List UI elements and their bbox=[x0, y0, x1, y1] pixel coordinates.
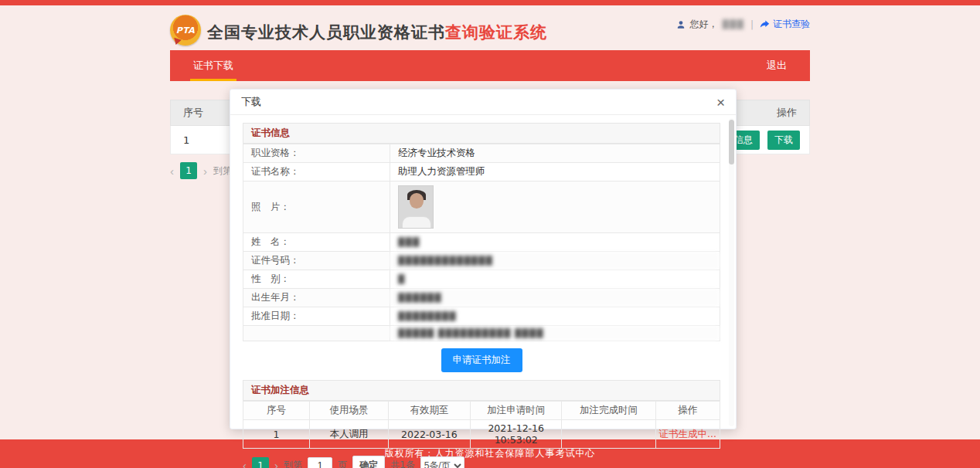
row-label: 出生年月： bbox=[243, 289, 390, 307]
cert-info-table: 职业资格： 经济专业技术资格 证书名称： 助理人力资源管理师 照 片： 姓 名 bbox=[243, 144, 720, 341]
cert-generating-link[interactable]: 证书生成中... bbox=[659, 428, 716, 439]
row-label: 证书名称： bbox=[243, 163, 390, 181]
row-value-masked: ▓▓▓ bbox=[390, 233, 720, 252]
col-header: 有效期至 bbox=[388, 402, 470, 420]
annotation-pagination: ‹ 1 › 到第 页 确定 共1条 5条/页 bbox=[243, 456, 720, 468]
table-row: 证书名称： 助理人力资源管理师 bbox=[243, 163, 720, 181]
table-row: 姓 名： ▓▓▓ bbox=[243, 233, 720, 252]
annotation-table: 序号 使用场景 有效期至 加注申请时间 加注完成时间 操作 1 本人调用 202… bbox=[243, 401, 720, 449]
logo-text: PTA bbox=[176, 25, 196, 36]
table-row: 出生年月： ▓▓▓▓▓▓ bbox=[243, 289, 720, 307]
pta-logo-icon: PTA bbox=[170, 15, 201, 46]
modal-header: 下载 × bbox=[230, 90, 736, 115]
page-size-select[interactable]: 5条/页 bbox=[420, 456, 464, 468]
table-row: 证件号码： ▓▓▓▓▓▓▓▓▓▓▓▓▓ bbox=[243, 252, 720, 270]
brand: PTA 全国专业技术人员职业资格证书查询验证系统 bbox=[170, 15, 547, 46]
table-row: 照 片： bbox=[243, 181, 720, 233]
cert-verify-link[interactable]: 证书查验 bbox=[760, 18, 810, 31]
greeting-text: 您好， bbox=[690, 18, 718, 31]
col-no: 序号 bbox=[183, 106, 203, 120]
cell-valid-until: 2022-03-16 bbox=[388, 420, 470, 449]
prev-page-icon[interactable]: ‹ bbox=[243, 460, 247, 468]
site-title-main: 全国专业技术人员职业资格证书 bbox=[207, 23, 445, 42]
row-value-masked: ▓▓▓▓▓▓ bbox=[390, 289, 720, 307]
user-area: 您好， ▓▓▓ | 证书查验 bbox=[676, 18, 810, 31]
col-action: 操作 bbox=[777, 106, 797, 120]
modal-body: 证书信息 职业资格： 经济专业技术资格 证书名称： 助理人力资源管理师 照 片： bbox=[230, 115, 736, 468]
tab-cert-download[interactable]: 证书下载 bbox=[170, 50, 257, 81]
current-page-button[interactable]: 1 bbox=[252, 457, 269, 468]
header-divider: | bbox=[750, 19, 754, 30]
photo-shirt bbox=[402, 216, 431, 229]
share-arrow-icon bbox=[760, 19, 770, 29]
col-header: 序号 bbox=[243, 402, 310, 420]
cert-info-section-title: 证书信息 bbox=[243, 123, 720, 144]
site-header: PTA 全国专业技术人员职业资格证书查询验证系统 您好， ▓▓▓ | 证书查验 bbox=[170, 5, 810, 50]
table-row: 性 别： ▓ bbox=[243, 270, 720, 289]
row-label: 批准日期： bbox=[243, 307, 390, 326]
main-nav: 证书下载 退出 bbox=[170, 50, 810, 81]
modal-title: 下载 bbox=[241, 95, 261, 109]
id-photo bbox=[398, 185, 434, 229]
annotation-data-row: 1 本人调用 2022-03-16 2021-12-16 10:53:02 证书… bbox=[243, 420, 720, 449]
prev-page-icon[interactable]: ‹ bbox=[170, 165, 174, 177]
download-modal: 下载 × 证书信息 职业资格： 经济专业技术资格 证书名称： 助理人力资源管理师… bbox=[230, 89, 737, 429]
cell-no: 1 bbox=[243, 420, 310, 449]
tab-cert-download-label: 证书下载 bbox=[193, 59, 233, 71]
user-icon bbox=[676, 20, 686, 29]
annotation-header-row: 序号 使用场景 有效期至 加注申请时间 加注完成时间 操作 bbox=[243, 402, 720, 420]
site-title-accent: 查询验证系统 bbox=[445, 23, 547, 42]
row-label: 照 片： bbox=[243, 181, 390, 233]
row-label: 证件号码： bbox=[243, 252, 390, 270]
logout-button[interactable]: 退出 bbox=[744, 50, 810, 81]
goto-page-input[interactable] bbox=[308, 457, 332, 468]
page-unit-label: 页 bbox=[338, 459, 347, 468]
table-row: 职业资格： 经济专业技术资格 bbox=[243, 144, 720, 163]
row-no: 1 bbox=[183, 134, 189, 146]
col-header: 加注申请时间 bbox=[470, 402, 561, 420]
username-masked: ▓▓▓ bbox=[723, 19, 744, 29]
close-icon[interactable]: × bbox=[716, 95, 725, 110]
download-button[interactable]: 下载 bbox=[767, 131, 800, 150]
cell-done-time bbox=[562, 420, 655, 449]
col-header: 加注完成时间 bbox=[562, 402, 655, 420]
next-page-icon[interactable]: › bbox=[203, 165, 207, 177]
row-value-photo bbox=[390, 181, 720, 233]
active-tab-underline bbox=[190, 79, 236, 81]
photo-face bbox=[410, 193, 424, 209]
cell-scene: 本人调用 bbox=[310, 420, 389, 449]
modal-scrollbar[interactable] bbox=[729, 118, 734, 426]
site-title: 全国专业技术人员职业资格证书查询验证系统 bbox=[207, 22, 547, 43]
row-value-masked: ▓▓▓▓▓ ▓▓▓▓▓▓▓▓▓▓ ▓▓▓▓ bbox=[390, 326, 720, 341]
table-row: 批准日期： ▓▓▓▓▓▓▓▓ bbox=[243, 307, 720, 326]
next-page-icon[interactable]: › bbox=[274, 460, 278, 468]
row-label: 性 别： bbox=[243, 270, 390, 289]
current-page-button[interactable]: 1 bbox=[180, 162, 197, 179]
goto-label: 到第 bbox=[284, 459, 302, 468]
scrollbar-thumb[interactable] bbox=[729, 120, 734, 164]
cert-verify-label: 证书查验 bbox=[773, 18, 810, 31]
row-value: 经济专业技术资格 bbox=[390, 144, 720, 163]
annotation-section-title: 证书加注信息 bbox=[243, 380, 720, 401]
row-value-masked: ▓ bbox=[390, 270, 720, 289]
confirm-button[interactable]: 确定 bbox=[352, 456, 385, 468]
apply-button-wrap: 申请证书加注 bbox=[243, 348, 720, 372]
row-label bbox=[243, 326, 390, 341]
cell-apply-time: 2021-12-16 10:53:02 bbox=[470, 420, 561, 449]
row-label: 姓 名： bbox=[243, 233, 390, 252]
total-count-label: 共1条 bbox=[390, 459, 415, 468]
row-label: 职业资格： bbox=[243, 144, 390, 163]
col-header: 使用场景 bbox=[310, 402, 389, 420]
row-value: 助理人力资源管理师 bbox=[390, 163, 720, 181]
row-value-masked: ▓▓▓▓▓▓▓▓▓▓▓▓▓ bbox=[390, 252, 720, 270]
apply-annotation-button[interactable]: 申请证书加注 bbox=[441, 348, 522, 372]
col-header: 操作 bbox=[655, 402, 720, 420]
row-value-masked: ▓▓▓▓▓▓▓▓ bbox=[390, 307, 720, 326]
table-row: ▓▓▓▓▓ ▓▓▓▓▓▓▓▓▓▓ ▓▓▓▓ bbox=[243, 326, 720, 341]
